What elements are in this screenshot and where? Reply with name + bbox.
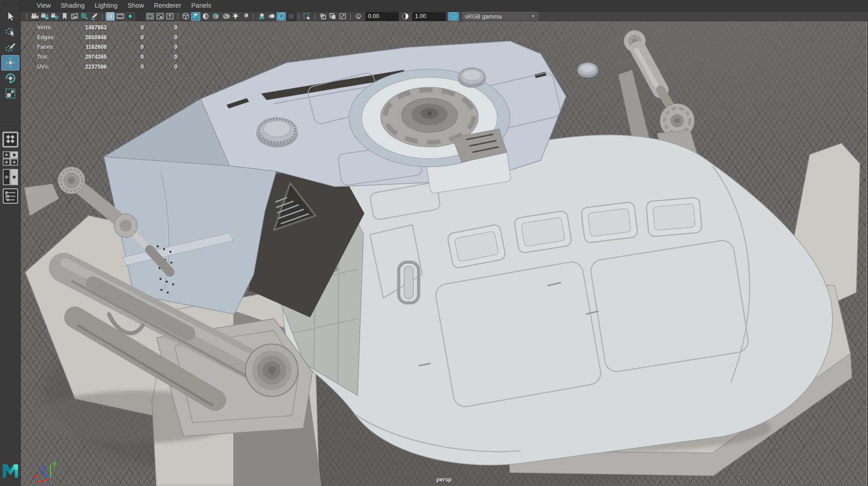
hud-extra: 0 <box>144 23 177 33</box>
paint-select-tool[interactable] <box>1 40 19 55</box>
outliner-pane-layout[interactable] <box>2 188 19 204</box>
viewport-edge-highlight <box>866 21 868 486</box>
camera-button[interactable] <box>30 12 39 21</box>
toolbar-grip[interactable] <box>102 13 103 20</box>
multisample-button[interactable] <box>287 12 296 21</box>
hatch-knob-large <box>256 117 298 147</box>
contrast-icon <box>401 12 410 20</box>
menu-show[interactable]: Show <box>123 0 149 11</box>
hud-total: 1487863 <box>69 23 107 33</box>
wireframe-icon <box>182 12 190 20</box>
toolbar-grip[interactable] <box>298 13 300 20</box>
hud-selected: 0 <box>107 62 144 72</box>
lasso-tool[interactable] <box>1 24 19 40</box>
safe-action-button[interactable] <box>156 12 165 21</box>
hud-label: Tris: <box>37 52 69 62</box>
move-tool[interactable] <box>1 55 19 70</box>
axis-orientation-gizmo: y x z <box>27 459 63 484</box>
safe-title-button[interactable] <box>165 12 175 21</box>
exposure-button[interactable] <box>354 12 363 21</box>
image-plane-button[interactable] <box>70 12 79 21</box>
wireframe-on-shaded-button[interactable] <box>201 12 210 21</box>
smooth-shade-button[interactable] <box>191 12 200 21</box>
toolbar-grip[interactable] <box>350 13 351 20</box>
camera-lock-icon <box>41 12 49 20</box>
smooth-shade-icon <box>192 12 200 20</box>
poly-count-hud: Verts: 1487863 0 0 Edges: 2650948 0 0 Fa… <box>37 23 177 72</box>
axis-y-label: y <box>53 460 57 467</box>
xray-joints-button[interactable] <box>328 12 337 21</box>
panel-menu-bar: View Shading Lighting Show Renderer Pane… <box>21 0 868 12</box>
gamma-field[interactable] <box>412 12 446 21</box>
move-icon <box>5 57 16 69</box>
hard-surface-model[interactable] <box>24 30 860 486</box>
bookmark-button[interactable] <box>60 12 69 21</box>
film-gate-icon <box>116 12 124 20</box>
two-pane-layout[interactable] <box>2 169 19 185</box>
four-pane-layout[interactable] <box>2 151 19 166</box>
hud-total: 2974265 <box>69 52 107 62</box>
hud-label: Edges: <box>37 33 69 43</box>
chevron-down-icon: ▼ <box>531 14 535 19</box>
snapshot-icon <box>339 12 347 20</box>
anti-alias-icon <box>277 12 285 20</box>
camera-attributes-button[interactable] <box>50 12 59 21</box>
lock-camera-button[interactable] <box>40 12 49 21</box>
lights-icon <box>231 12 240 20</box>
color-transform-value: sRGB gamma <box>465 13 502 20</box>
panel-toolbar: ON sRGB gamma ▼ <box>21 12 868 21</box>
scene-canvas <box>21 21 868 486</box>
menu-shading[interactable]: Shading <box>56 0 90 11</box>
menu-panels[interactable]: Panels <box>186 0 216 11</box>
pan-zoom-button[interactable] <box>80 12 89 21</box>
hud-total: 1162608 <box>69 42 107 52</box>
toolbar-grip[interactable] <box>177 13 179 20</box>
use-default-material-icon <box>222 12 230 20</box>
safe-title-icon <box>166 12 174 20</box>
toolbar-grip[interactable] <box>26 13 28 20</box>
menu-lighting[interactable]: Lighting <box>90 0 123 11</box>
bookmark-icon <box>61 12 69 20</box>
use-default-material-button[interactable] <box>221 12 230 21</box>
maya-logo <box>0 458 21 484</box>
toolbox-grip[interactable] <box>1 1 19 6</box>
shadows-button[interactable] <box>241 12 250 21</box>
scale-tool[interactable] <box>1 86 19 101</box>
menu-view[interactable]: View <box>32 0 56 11</box>
grid-toggle-button[interactable] <box>106 12 115 21</box>
menu-renderer[interactable]: Renderer <box>149 0 186 11</box>
occlusion-button[interactable] <box>257 12 266 21</box>
grease-pencil-icon <box>90 12 99 20</box>
camera-name-label: persp <box>436 477 452 483</box>
on-toggle-label: ON <box>451 15 456 18</box>
snapshot-button[interactable] <box>338 12 347 21</box>
contrast-button[interactable] <box>401 12 410 21</box>
scale-icon <box>5 88 16 99</box>
exposure-icon <box>354 12 363 20</box>
select-tool[interactable] <box>1 9 19 24</box>
textured-button[interactable] <box>211 12 220 21</box>
motion-blur-button[interactable] <box>267 12 276 21</box>
single-pane-layout[interactable] <box>2 131 19 148</box>
viewport[interactable]: Verts: 1487863 0 0 Edges: 2650948 0 0 Fa… <box>21 21 868 486</box>
hud-selected: 0 <box>107 23 144 33</box>
anti-alias-button[interactable] <box>277 12 286 21</box>
exposure-field[interactable] <box>365 12 399 21</box>
film-gate-button[interactable] <box>116 12 125 21</box>
xray-button[interactable] <box>318 12 327 21</box>
multisample-icon <box>287 12 295 20</box>
on-toggle-icon: ON <box>449 12 458 20</box>
gate-mask-button[interactable] <box>136 12 145 21</box>
lights-button[interactable] <box>231 12 240 21</box>
isolate-select-button[interactable] <box>302 12 311 21</box>
resolution-gate-button[interactable] <box>126 12 135 21</box>
rotate-tool[interactable] <box>1 70 19 86</box>
toolbar-grip[interactable] <box>314 13 316 20</box>
color-transform-dropdown[interactable]: sRGB gamma ▼ <box>462 12 538 21</box>
toolbar-grip[interactable] <box>253 13 254 20</box>
field-chart-button[interactable] <box>146 12 155 21</box>
wireframe-button[interactable] <box>181 12 190 21</box>
grease-pencil-button[interactable] <box>90 12 99 21</box>
four-pane-icon <box>3 151 18 166</box>
view-transform-toggle[interactable]: ON <box>448 12 459 21</box>
